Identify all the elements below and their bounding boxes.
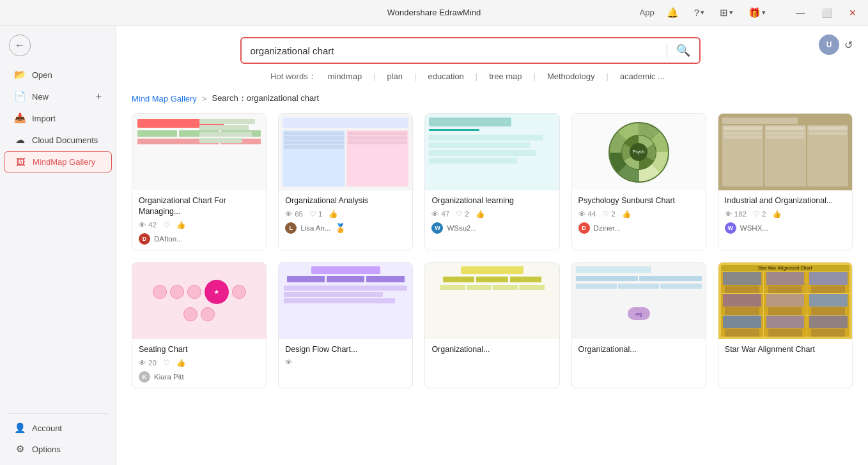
card-info-org1: Organizational Chart For Managing... 👁 4… [132,190,266,250]
card-author-org1: D DAfton... [139,233,260,245]
card-thumb-sunburst: Psych [572,114,706,190]
close-button[interactable]: ✕ [845,6,860,19]
sidebar-item-import[interactable]: 📥 Import [4,108,112,128]
starwars-header: Star War Alignment Chart [758,266,812,270]
gallery-card-blank[interactable]: org Organizational... [571,262,706,388]
author-avatar-analysis: L [285,222,297,234]
sidebar-divider [8,413,108,414]
card-thumb-up-org1[interactable]: 👍 [176,220,185,229]
sidebar-item-options[interactable]: ⚙ Options [4,439,112,459]
gallery-card-starwars[interactable]: Star War Alignment Chart [718,262,853,388]
card-info-starwars: Star War Alignment Chart [718,339,852,363]
sidebar-back-area: ← [0,31,116,60]
new-plus-icon[interactable]: + [96,91,102,102]
gallery-card-analysis[interactable]: Organizational Analysis 👁 65 ♡ 1 👍 L Lis… [278,113,413,250]
sidebar-mindmap-gallery-label: MindMap Gallery [33,157,95,167]
card-stats-design: 👁 [285,358,406,366]
gallery-card-seating[interactable]: ★ Seating Chart 👁 [132,262,267,388]
card-like-org1[interactable]: ♡ [163,220,170,229]
card-thumb-design [279,263,412,339]
breadcrumb-search-current: Search：organizational chart [212,93,319,104]
gallery-card-org1[interactable]: Organizational Chart For Managing... 👁 4… [132,113,267,250]
card-views-seating: 👁 20 [139,359,157,367]
gallery-card-design[interactable]: Design Flow Chart... 👁 [278,262,413,388]
help-icon[interactable]: ? ▾ [691,5,708,20]
card-heart-industrial[interactable]: ♡ 2 [753,210,766,218]
eye-icon4: 👁 [578,210,586,218]
card-views-sunburst: 👁 44 [578,210,596,218]
sidebar-new-label: New [32,92,49,102]
card-stats-industrial: 👁 182 ♡ 2 👍 [725,210,846,218]
eye-icon2: 👁 [285,210,293,218]
sidebar-item-new[interactable]: 📄 New + [4,86,112,107]
card-info-learning: Organizational learning 👁 47 ♡ 2 👍 W WSs… [425,190,559,239]
hot-word-treemap[interactable]: tree map [484,70,527,82]
titlebar-right: App 🔔 ? ▾ ⊞ ▾ 🎁 ▾ — ⬜ ✕ [640,5,860,20]
card-heart-learning[interactable]: ♡ 2 [456,210,469,218]
card-thumb-learning[interactable]: 👍 [476,210,484,218]
maximize-button[interactable]: ⬜ [818,6,836,19]
card-thumb-analysis[interactable]: 👍 [329,210,337,218]
hot-words-label: Hot words： [270,71,316,82]
card-heart-sunburst[interactable]: ♡ 2 [602,210,615,218]
card-thumb-industrial2[interactable]: 👍 [772,210,781,218]
eye-icon7: 👁 [285,358,293,366]
card-author-analysis: L Lisa An... 🏅 [285,222,406,234]
card-author-industrial: W WSHX... [725,222,846,234]
hot-word-academic[interactable]: academic ... [615,70,670,82]
card-views-analysis: 👁 65 [285,210,303,218]
refresh-icon[interactable]: ↺ [844,39,853,51]
gallery-card-learning[interactable]: Organizational learning 👁 47 ♡ 2 👍 W WSs… [424,113,559,250]
sidebar-open-label: Open [32,70,52,80]
sidebar-options-label: Options [32,445,61,454]
sidebar-item-open[interactable]: 📂 Open [4,65,112,85]
card-info-industrial: Industrial and Organizational... 👁 182 ♡… [718,190,852,239]
card-heart-seating[interactable]: ♡ [163,358,170,367]
card-title-analysis: Organizational Analysis [285,195,406,206]
card-title-learning: Organizational learning [431,195,552,206]
card-title-design: Design Flow Chart... [285,344,406,355]
card-info-blank: Organizational... [572,339,706,363]
sidebar-item-cloud[interactable]: ☁ Cloud Documents [4,130,112,150]
hot-word-mindmap[interactable]: mindmap [323,70,367,82]
card-thumb-sunburst[interactable]: 👍 [622,210,631,218]
card-author-learning: W WSsu2... [431,222,552,234]
back-button[interactable]: ← [9,34,31,56]
card-thumb-seating2[interactable]: 👍 [176,358,185,367]
gift-icon[interactable]: 🎁 ▾ [745,5,769,20]
gallery-card-sunburst[interactable]: Psych Psychology Sunburst Chart 👁 44 ♡ 2… [571,113,706,250]
app-label[interactable]: App [640,8,655,17]
gallery-card-industrial[interactable]: Industrial and Organizational... 👁 182 ♡… [718,113,853,250]
grid-icon[interactable]: ⊞ ▾ [717,5,736,20]
titlebar: Wondershare EdrawMind App 🔔 ? ▾ ⊞ ▾ 🎁 ▾ … [0,0,868,26]
card-title-seating: Seating Chart [139,344,260,355]
sidebar-cloud-label: Cloud Documents [32,135,98,145]
card-views-learning: 👁 47 [431,210,449,218]
sidebar-bottom: 👤 Account ⚙ Options [0,409,116,460]
breadcrumb-gallery-link[interactable]: Mind Map Gallery [132,94,197,103]
sidebar-import-label: Import [32,114,56,123]
card-stats-seating: 👁 20 ♡ 👍 [139,358,260,367]
hot-word-education[interactable]: education [422,70,469,82]
user-avatar[interactable]: U [819,34,839,55]
sidebar-account-label: Account [32,423,62,433]
options-icon: ⚙ [14,443,26,455]
search-input[interactable] [242,40,667,62]
hot-word-plan[interactable]: plan [382,70,408,82]
new-icon: 📄 [14,91,26,102]
card-views-org1: 👁 42 [139,221,157,229]
bell-icon[interactable]: 🔔 [663,5,682,20]
card-author-sunburst: D Dziner... [578,222,699,234]
sidebar-item-mindmap-gallery[interactable]: 🖼 MindMap Gallery [4,151,112,172]
gallery-card-org2[interactable]: Organizational... [424,262,559,388]
breadcrumb-arrow: > [202,94,207,103]
minimize-button[interactable]: — [792,6,809,19]
card-stats-learning: 👁 47 ♡ 2 👍 [431,210,552,218]
card-title-industrial: Industrial and Organizational... [725,195,846,206]
hot-word-methodology[interactable]: Methodology [542,70,600,82]
card-info-analysis: Organizational Analysis 👁 65 ♡ 1 👍 L Lis… [279,190,412,239]
sidebar-item-account[interactable]: 👤 Account [4,418,112,438]
card-heart-analysis[interactable]: ♡ 1 [309,210,322,218]
card-info-org2: Organizational... [425,339,559,363]
search-button[interactable]: 🔍 [667,38,699,63]
